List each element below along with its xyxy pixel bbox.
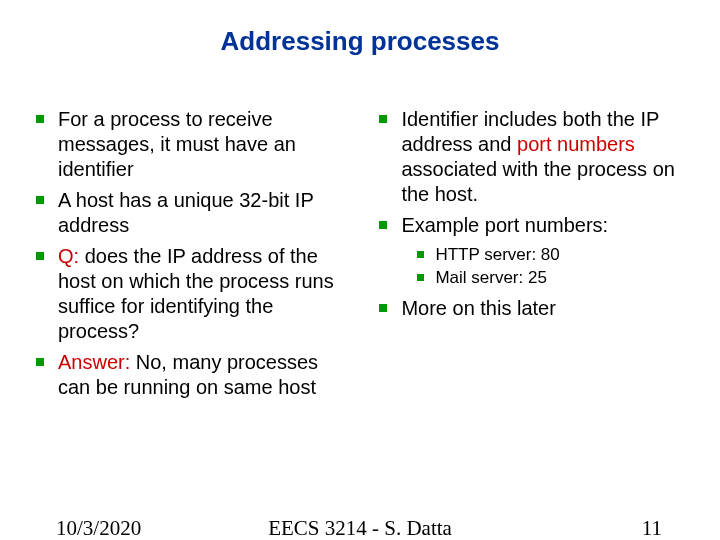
bullet-text: associated with the process on the host. [401, 158, 675, 205]
port-numbers-text: port numbers [517, 133, 635, 155]
list-item: Q: does the IP address of the host on wh… [30, 244, 353, 344]
right-bullets: Identifier includes both the IP address … [373, 107, 696, 321]
list-item: Example port numbers: HTTP server: 80 Ma… [373, 213, 696, 290]
list-item: For a process to receive messages, it mu… [30, 107, 353, 182]
sub-bullets: HTTP server: 80 Mail server: 25 [413, 244, 696, 290]
page-title: Addressing processes [30, 26, 690, 57]
list-item: A host has a unique 32-bit IP address [30, 188, 353, 238]
bullet-text: Example port numbers: [401, 214, 608, 236]
footer-page: 11 [642, 516, 662, 540]
list-item: More on this later [373, 296, 696, 321]
list-item: Mail server: 25 [413, 267, 696, 290]
bullet-text: HTTP server: 80 [435, 245, 559, 264]
list-item: Identifier includes both the IP address … [373, 107, 696, 207]
slide: Addressing processes For a process to re… [0, 0, 720, 540]
q-label: Q: [58, 245, 79, 267]
list-item: HTTP server: 80 [413, 244, 696, 267]
bullet-text: does the IP address of the host on which… [58, 245, 334, 342]
bullet-text: More on this later [401, 297, 556, 319]
left-bullets: For a process to receive messages, it mu… [30, 107, 353, 400]
bullet-text: Mail server: 25 [435, 268, 546, 287]
footer-course: EECS 3214 - S. Datta [0, 516, 720, 540]
bullet-text: A host has a unique 32-bit IP address [58, 189, 313, 236]
content-columns: For a process to receive messages, it mu… [30, 107, 690, 406]
right-column: Identifier includes both the IP address … [373, 107, 696, 406]
list-item: Answer: No, many processes can be runnin… [30, 350, 353, 400]
left-column: For a process to receive messages, it mu… [30, 107, 353, 406]
bullet-text: For a process to receive messages, it mu… [58, 108, 296, 180]
answer-label: Answer: [58, 351, 130, 373]
